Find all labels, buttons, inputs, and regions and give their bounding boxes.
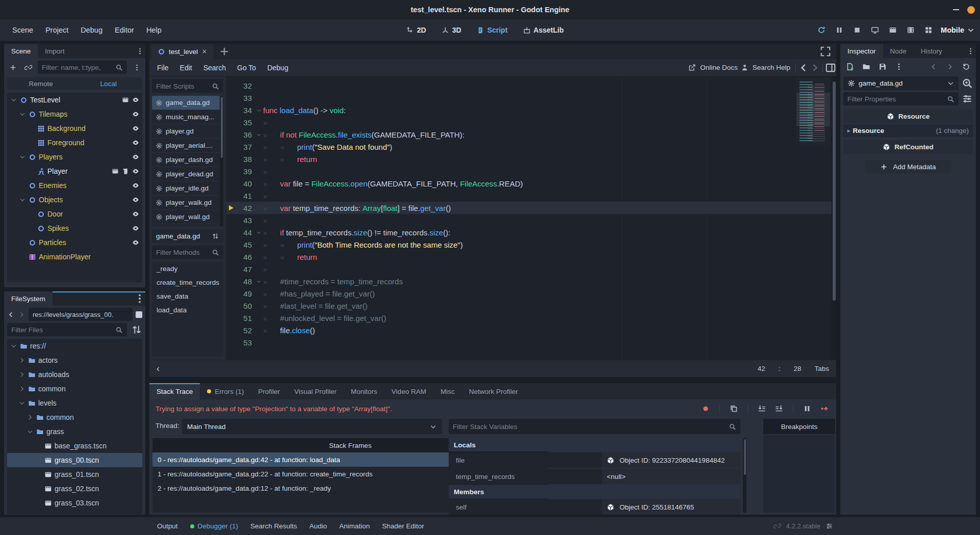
script-list-item[interactable]: player_dash.gd	[152, 153, 223, 167]
scene-tree-node[interactable]: Background	[7, 121, 142, 136]
tab-close-icon[interactable]	[201, 48, 208, 55]
film-button[interactable]	[905, 24, 916, 36]
tab-inspector[interactable]: Inspector	[840, 44, 883, 58]
fs-tree-item[interactable]: grass_00.tscn	[7, 453, 142, 467]
tab-node[interactable]: Node	[883, 44, 914, 58]
tree-chevron-icon[interactable]	[19, 111, 26, 118]
code-line[interactable]: 32	[226, 79, 836, 92]
workspace-assetlib[interactable]: AssetLib	[518, 24, 569, 36]
fold-chevron-icon[interactable]	[254, 230, 263, 235]
line-number[interactable]: 52	[236, 326, 254, 335]
script-menu-debug[interactable]: Debug	[262, 62, 294, 74]
tab-filesystem[interactable]: FileSystem	[4, 291, 53, 306]
line-number[interactable]: 37	[236, 143, 254, 151]
load-resource-button[interactable]	[861, 61, 872, 72]
script-list-item[interactable]: player_idle.gd	[152, 181, 223, 196]
script-list-item[interactable]: music_manag...	[152, 110, 223, 124]
code-line[interactable]: 48»#time_records = temp_time_records	[226, 275, 836, 287]
eye-icon[interactable]	[132, 210, 139, 218]
profile-selector[interactable]: Mobile	[941, 26, 975, 34]
tree-chevron-icon[interactable]	[18, 357, 25, 364]
scene-tree-node[interactable]: Objects	[7, 193, 142, 207]
debug-copy-button[interactable]	[728, 403, 739, 414]
eye-icon[interactable]	[132, 196, 139, 203]
code-editor[interactable]: 323334func load_data() -> void:35»36»if …	[226, 76, 836, 360]
tree-chevron-icon[interactable]	[19, 196, 26, 203]
reload-button[interactable]	[816, 24, 827, 36]
scenefile-button[interactable]	[887, 24, 898, 36]
code-line[interactable]: 50»#last_level = file.get_var()	[226, 300, 836, 312]
stack-variables-filter-input[interactable]	[453, 423, 726, 431]
eye-icon[interactable]	[132, 182, 139, 189]
filesystem-menu-button[interactable]	[134, 293, 145, 304]
line-number[interactable]: 45	[236, 240, 254, 249]
minimize-button[interactable]	[953, 9, 959, 10]
close-button[interactable]	[967, 6, 975, 14]
code-line[interactable]: 44»if temp_time_records.size() != time_r…	[226, 226, 836, 238]
bottom-tab-search-results[interactable]: Search Results	[244, 520, 303, 532]
inspector-forward-button[interactable]	[944, 61, 956, 72]
menu-help[interactable]: Help	[140, 24, 168, 36]
debug-record-button[interactable]	[700, 403, 711, 414]
debugger-tab-profiler[interactable]: Profiler	[251, 383, 287, 399]
script-list-item[interactable]: player_wall.gd	[152, 210, 223, 224]
layout-tune-icon[interactable]	[826, 522, 833, 530]
line-number[interactable]: 42	[236, 204, 254, 212]
code-line[interactable]: 45»»print("Both Time Records are not the…	[226, 238, 836, 251]
fs-tree-item[interactable]: autoloads	[7, 367, 142, 382]
debugger-tab-network-profiler[interactable]: Network Profiler	[462, 383, 525, 399]
script-back-button[interactable]	[798, 62, 809, 73]
method-item[interactable]: create_time_records	[152, 276, 223, 289]
fs-path[interactable]: res://levels/grass/grass_00.	[29, 308, 133, 321]
fold-chevron-icon[interactable]	[254, 132, 263, 138]
fold-chevron-icon[interactable]	[254, 279, 263, 284]
instance-scene-button[interactable]	[22, 62, 34, 73]
history-button[interactable]	[961, 61, 972, 72]
bottom-tab-audio[interactable]: Audio	[303, 520, 333, 532]
fs-tree-item[interactable]: base_grass.tscn	[7, 439, 142, 453]
resource-group-header[interactable]: Resource	[843, 110, 973, 123]
line-number[interactable]: 51	[236, 314, 254, 323]
code-line[interactable]: 42»var temp_time_records: Array[float] =…	[226, 202, 836, 214]
debug-pause-button[interactable]	[802, 403, 813, 414]
search-help-button[interactable]: Search Help	[741, 64, 790, 71]
line-number[interactable]: 44	[236, 228, 254, 237]
fs-tree-item[interactable]: common	[7, 382, 142, 396]
code-line[interactable]: 38»»return	[226, 153, 836, 165]
workspace-2d[interactable]: 2D	[401, 24, 431, 36]
tree-chevron-icon[interactable]	[10, 96, 17, 103]
edited-resource-dropdown[interactable]: game_data.gd	[843, 76, 959, 90]
eye-icon[interactable]	[132, 239, 139, 246]
fs-tree-item[interactable]: common	[7, 410, 142, 424]
variable-row[interactable]: selfObject ID: 25518146765	[449, 499, 740, 515]
scene-tree-node[interactable]: Player	[7, 164, 142, 178]
scene-tab-test-level[interactable]: test_level	[151, 44, 214, 59]
eye-icon[interactable]	[132, 168, 139, 175]
new-tab-button[interactable]	[219, 46, 230, 57]
scenefile-icon[interactable]	[122, 96, 129, 103]
open-docs-button[interactable]	[962, 78, 973, 89]
script-menu-search[interactable]: Search	[198, 62, 231, 74]
pause-button[interactable]	[834, 24, 845, 36]
scene-tree-node[interactable]: Foreground	[7, 136, 142, 150]
local-toggle[interactable]: Local	[75, 77, 143, 90]
line-number[interactable]: 40	[236, 179, 254, 188]
scene-filter-input[interactable]	[42, 64, 112, 71]
line-number[interactable]: 43	[236, 216, 254, 225]
code-line[interactable]: 33	[226, 92, 836, 104]
code-minimap[interactable]	[796, 78, 830, 145]
tree-chevron-icon[interactable]	[18, 385, 25, 392]
fs-back-button[interactable]	[7, 311, 15, 318]
inspector-tabs-menu-button[interactable]	[965, 45, 976, 57]
script-list-item[interactable]: player_dead.gd	[152, 167, 223, 181]
line-number[interactable]: 39	[236, 167, 254, 176]
code-line[interactable]: 36»if not FileAccess.file_exists(GAMEDAT…	[226, 128, 836, 141]
collapse-panel-icon[interactable]: ‹	[157, 363, 160, 374]
scenefile-icon[interactable]	[112, 168, 119, 175]
code-line[interactable]: 41»	[226, 190, 836, 202]
tab-scene[interactable]: Scene	[4, 44, 38, 58]
resource-property-row[interactable]: ▸Resource (1 change)	[843, 124, 973, 137]
debugger-tab-visual-profiler[interactable]: Visual Profiler	[287, 383, 344, 399]
method-item[interactable]: _ready	[152, 262, 223, 276]
save-resource-button[interactable]	[877, 61, 888, 72]
